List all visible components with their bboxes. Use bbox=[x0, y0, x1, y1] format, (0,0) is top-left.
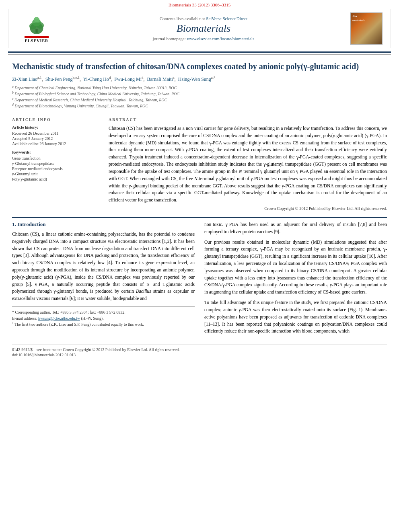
elsevier-text: ELSEVIER bbox=[25, 39, 49, 43]
intro-para-3: Our previous results obtained in molecul… bbox=[204, 239, 387, 296]
keywords-label: Keywords: bbox=[12, 150, 101, 154]
intro-para-1: Chitosan (CS), a linear cationic amine-c… bbox=[12, 231, 195, 302]
author-6: Hsing-Wen Sung bbox=[178, 76, 211, 82]
intro-para-2: non-toxic. γ-PGA has been used as an adj… bbox=[204, 221, 387, 236]
article-meta: Mechanistic study of transfection of chi… bbox=[12, 55, 387, 217]
keyword-1: Gene transfection bbox=[12, 156, 101, 160]
body-col-left: 1. Introduction Chitosan (CS), a linear … bbox=[12, 221, 195, 338]
body-content: 1. Introduction Chitosan (CS), a linear … bbox=[12, 217, 387, 345]
author-5: Barnali Maiti bbox=[147, 76, 173, 82]
authors-line: Zi-Xian Liaoa,1, Shu-Fen Pengb,c,1, Yi-C… bbox=[12, 76, 387, 82]
footnote-email: E-mail address: hwsung@che.nthu.edu.tw (… bbox=[12, 315, 195, 321]
journal-homepage: journal homepage: www.elsevier.com/locat… bbox=[61, 36, 346, 41]
keyword-3: Receptor-mediated endocytosis bbox=[12, 166, 101, 171]
keywords-section: Keywords: Gene transfection γ-Glutamyl t… bbox=[12, 150, 101, 181]
keyword-5: Poly(γ-glutamic acid) bbox=[12, 177, 101, 181]
article-info-abstract: ARTICLE INFO Article history: Received 2… bbox=[12, 117, 387, 211]
body-col-right: non-toxic. γ-PGA has been used as an adj… bbox=[204, 221, 387, 338]
sciverse-line: Contents lists available at SciVerse Sci… bbox=[61, 16, 346, 21]
footnote-area: * Corresponding author. Tel.: +886 3 574… bbox=[12, 306, 195, 327]
abstract-heading: ABSTRACT bbox=[109, 117, 387, 122]
affiliation-a: a Department of Chemical Engineering, Na… bbox=[12, 85, 387, 91]
body-two-col: 1. Introduction Chitosan (CS), a linear … bbox=[12, 221, 387, 338]
section-divider-1 bbox=[12, 114, 387, 114]
elsevier-logo-area: ELSEVIER bbox=[12, 14, 61, 43]
author-4: Fwu-Long Mi bbox=[114, 76, 142, 82]
cover-text: Biomaterials bbox=[352, 14, 365, 22]
intro-para-4: To take full advantage of this unique fe… bbox=[204, 299, 387, 335]
doi-text: doi:10.1016/j.biomaterials.2012.01.013 bbox=[12, 353, 76, 357]
thick-divider bbox=[8, 51, 391, 53]
bottom-bar: 0142-9612/$ – see front matter Crown Cop… bbox=[12, 345, 387, 352]
abstract-body: Chitosan (CS) has been investigated as a… bbox=[109, 125, 387, 204]
journal-cover-area: Biomaterials bbox=[346, 12, 387, 45]
article-title: Mechanistic study of transfection of chi… bbox=[12, 61, 387, 72]
doi-line: doi:10.1016/j.biomaterials.2012.01.013 bbox=[12, 353, 387, 357]
article-info-heading: ARTICLE INFO bbox=[12, 117, 101, 122]
author-3: Yi-Cheng Ho bbox=[83, 76, 109, 82]
received-date: Received 26 December 2011 bbox=[12, 131, 101, 136]
affiliation-b: b Department of Biological Science and T… bbox=[12, 91, 387, 97]
affiliations: a Department of Chemical Engineering, Na… bbox=[12, 85, 387, 109]
keyword-2: γ-Glutamyl transpeptidase bbox=[12, 161, 101, 166]
article-history-label: Article history: bbox=[12, 125, 101, 129]
elsevier-tree-icon bbox=[25, 14, 49, 35]
author-2: Shu-Fen Peng bbox=[45, 76, 73, 82]
journal-reference: Biomaterials 33 (2012) 3306–3315 bbox=[0, 0, 399, 9]
intro-heading: 1. Introduction bbox=[12, 221, 195, 228]
email-link[interactable]: hwsung@che.nthu.edu.tw bbox=[38, 316, 80, 320]
affiliation-d: d Department of Biotechnology, Vanung Un… bbox=[12, 103, 387, 109]
elsevier-logo: ELSEVIER bbox=[25, 14, 49, 43]
svg-point-5 bbox=[34, 17, 40, 22]
keyword-4: γ-Glutamyl unit bbox=[12, 172, 101, 176]
footnote-1: 1 The first two authors (Z.K. Liao and S… bbox=[12, 321, 195, 327]
journal-cover-image: Biomaterials bbox=[350, 12, 383, 45]
article-info-column: ARTICLE INFO Article history: Received 2… bbox=[12, 117, 101, 211]
available-date: Available online 26 January 2012 bbox=[12, 142, 101, 146]
affiliation-c: c Department of Medical Research, China … bbox=[12, 97, 387, 103]
sciverse-link[interactable]: SciVerse ScienceDirect bbox=[206, 16, 247, 21]
journal-title: Biomaterials bbox=[61, 23, 346, 35]
homepage-url-link[interactable]: www.elsevier.com/locate/biomaterials bbox=[187, 36, 255, 41]
elsevier-bar bbox=[25, 36, 49, 38]
journal-header-center: Contents lists available at SciVerse Sci… bbox=[61, 16, 346, 41]
issn-text: 0142-9612/$ – see front matter Crown Cop… bbox=[12, 347, 180, 352]
abstract-column: ABSTRACT Chitosan (CS) has been investig… bbox=[109, 117, 387, 211]
journal-ref-text: Biomaterials 33 (2012) 3306–3315 bbox=[169, 2, 230, 7]
journal-header: ELSEVIER Contents lists available at Sci… bbox=[8, 9, 391, 48]
footnote-corresponding: * Corresponding author. Tel.: +886 3 574… bbox=[12, 309, 195, 315]
author-1: Zi-Xian Liao bbox=[12, 76, 37, 82]
sciverse-prefix: Contents lists available at bbox=[160, 16, 206, 21]
copyright-line: Crown Copyright © 2012 Published by Else… bbox=[109, 206, 387, 211]
accepted-date: Accepted 5 January 2012 bbox=[12, 136, 101, 141]
homepage-label: journal homepage: bbox=[153, 36, 187, 41]
